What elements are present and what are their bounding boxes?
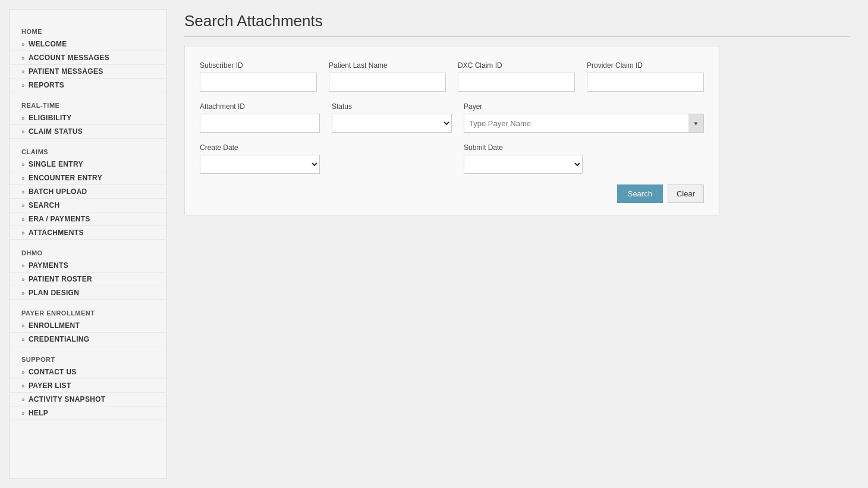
sidebar-item-label: HELP	[29, 409, 48, 417]
sidebar-item-patient-messages[interactable]: »PATIENT MESSAGES	[10, 65, 166, 79]
chevron-icon: »	[21, 82, 25, 89]
chevron-icon: »	[21, 189, 25, 195]
subscriber-id-group: Subscriber ID	[200, 61, 317, 92]
subscriber-id-label: Subscriber ID	[200, 61, 317, 70]
sidebar-item-label: ELIGIBILITY	[29, 114, 72, 122]
sidebar-item-eligibility[interactable]: »ELIGIBILITY	[10, 111, 166, 125]
sidebar-item-encounter-entry[interactable]: »ENCOUNTER ENTRY	[10, 171, 166, 185]
chevron-icon: »	[21, 383, 25, 389]
create-date-group: Create Date	[200, 143, 320, 174]
sidebar-item-label: ATTACHMENTS	[29, 229, 84, 237]
sidebar-item-activity-snapshot[interactable]: »ACTIVITY SNAPSHOT	[10, 393, 166, 406]
sidebar: HOME»WELCOME»ACCOUNT MESSAGES»PATIENT ME…	[9, 9, 166, 479]
attachment-id-label: Attachment ID	[200, 102, 320, 111]
main-content: Search Attachments Subscriber ID Patient…	[166, 0, 868, 488]
patient-last-name-group: Patient Last Name	[329, 61, 446, 92]
sidebar-section-dhmo: DHMO	[10, 243, 166, 259]
sidebar-item-label: PATIENT ROSTER	[29, 275, 92, 283]
sidebar-item-batch-upload[interactable]: »BATCH UPLOAD	[10, 185, 166, 199]
chevron-icon: »	[21, 276, 25, 283]
sidebar-section-real-time: REAL-TIME	[10, 96, 166, 111]
chevron-icon: »	[21, 230, 25, 236]
search-form-card: Subscriber ID Patient Last Name DXC Clai…	[184, 46, 719, 215]
submit-date-group: Submit Date	[464, 143, 704, 174]
search-button[interactable]: Search	[617, 184, 663, 203]
chevron-icon: »	[21, 115, 25, 121]
form-row-2: Attachment ID Status Payer ▼	[200, 102, 704, 133]
sidebar-item-contact-us[interactable]: »CONTACT US	[10, 365, 166, 379]
sidebar-item-label: ACCOUNT MESSAGES	[29, 54, 109, 62]
create-date-select[interactable]	[200, 155, 320, 174]
sidebar-item-label: CREDENTIALING	[29, 335, 90, 343]
form-row-3: Create Date Submit Date	[200, 143, 704, 174]
sidebar-item-label: PAYER LIST	[29, 381, 71, 390]
sidebar-item-label: CONTACT US	[29, 368, 77, 376]
submit-date-select[interactable]	[464, 155, 583, 174]
sidebar-section-home: HOME	[10, 22, 166, 37]
sidebar-item-label: CLAIM STATUS	[29, 127, 83, 136]
chevron-icon: »	[21, 175, 25, 182]
sidebar-item-single-entry[interactable]: »SINGLE ENTRY	[10, 158, 166, 171]
provider-claim-id-label: Provider Claim ID	[587, 61, 704, 70]
sidebar-item-label: ENCOUNTER ENTRY	[29, 174, 102, 182]
submit-date-label: Submit Date	[464, 143, 704, 152]
payer-group: Payer ▼	[464, 102, 704, 133]
chevron-icon: »	[21, 262, 25, 269]
sidebar-item-attachments[interactable]: »ATTACHMENTS	[10, 226, 166, 240]
chevron-icon: »	[21, 396, 25, 403]
clear-button[interactable]: Clear	[668, 184, 704, 203]
sidebar-item-label: BATCH UPLOAD	[29, 187, 87, 196]
chevron-icon: »	[21, 68, 25, 75]
sidebar-section-payer-enrollment: PAYER ENROLLMENT	[10, 304, 166, 319]
chevron-icon: »	[21, 202, 25, 209]
sidebar-item-credentialing[interactable]: »CREDENTIALING	[10, 333, 166, 346]
chevron-icon: »	[21, 336, 25, 343]
sidebar-item-welcome[interactable]: »WELCOME	[10, 37, 166, 51]
chevron-icon: »	[21, 161, 25, 168]
sidebar-item-payments[interactable]: »PAYMENTS	[10, 259, 166, 273]
sidebar-item-patient-roster[interactable]: »PATIENT ROSTER	[10, 273, 166, 286]
sidebar-item-search[interactable]: »SEARCH	[10, 199, 166, 212]
dxc-claim-id-input[interactable]	[458, 73, 575, 92]
sidebar-item-label: PATIENT MESSAGES	[29, 67, 103, 76]
patient-last-name-label: Patient Last Name	[329, 61, 446, 70]
sidebar-item-label: WELCOME	[29, 40, 67, 48]
sidebar-item-label: PLAN DESIGN	[29, 289, 79, 297]
sidebar-item-help[interactable]: »HELP	[10, 406, 166, 420]
chevron-icon: »	[21, 369, 25, 376]
sidebar-item-label: SEARCH	[29, 201, 59, 209]
payer-dropdown-button[interactable]: ▼	[688, 114, 704, 133]
sidebar-item-era-payments[interactable]: »ERA / PAYMENTS	[10, 212, 166, 226]
dxc-claim-id-group: DXC Claim ID	[458, 61, 575, 92]
provider-claim-id-input[interactable]	[587, 73, 704, 92]
sidebar-section-claims: CLAIMS	[10, 142, 166, 158]
chevron-icon: »	[21, 129, 25, 135]
chevron-icon: »	[21, 216, 25, 223]
sidebar-item-reports[interactable]: »REPORTS	[10, 79, 166, 92]
sidebar-item-label: PAYMENTS	[29, 261, 68, 270]
chevron-icon: »	[21, 410, 25, 417]
sidebar-item-plan-design[interactable]: »PLAN DESIGN	[10, 286, 166, 300]
status-label: Status	[332, 102, 452, 111]
chevron-icon: »	[21, 323, 25, 329]
form-row-1: Subscriber ID Patient Last Name DXC Clai…	[200, 61, 704, 92]
chevron-icon: »	[21, 290, 25, 296]
status-group: Status	[332, 102, 452, 133]
patient-last-name-input[interactable]	[329, 73, 446, 92]
payer-input[interactable]	[464, 114, 704, 133]
attachment-id-group: Attachment ID	[200, 102, 320, 133]
sidebar-item-payer-list[interactable]: »PAYER LIST	[10, 379, 166, 393]
chevron-icon: »	[21, 41, 25, 48]
payer-label: Payer	[464, 102, 704, 111]
attachment-id-input[interactable]	[200, 114, 320, 133]
subscriber-id-input[interactable]	[200, 73, 317, 92]
empty-spacer-1	[332, 143, 452, 174]
status-select[interactable]	[332, 114, 452, 133]
provider-claim-id-group: Provider Claim ID	[587, 61, 704, 92]
sidebar-item-claim-status[interactable]: »CLAIM STATUS	[10, 125, 166, 139]
sidebar-item-enrollment[interactable]: »ENROLLMENT	[10, 319, 166, 333]
chevron-icon: »	[21, 55, 25, 61]
dxc-claim-id-label: DXC Claim ID	[458, 61, 575, 70]
create-date-label: Create Date	[200, 143, 320, 152]
sidebar-item-account-messages[interactable]: »ACCOUNT MESSAGES	[10, 51, 166, 65]
